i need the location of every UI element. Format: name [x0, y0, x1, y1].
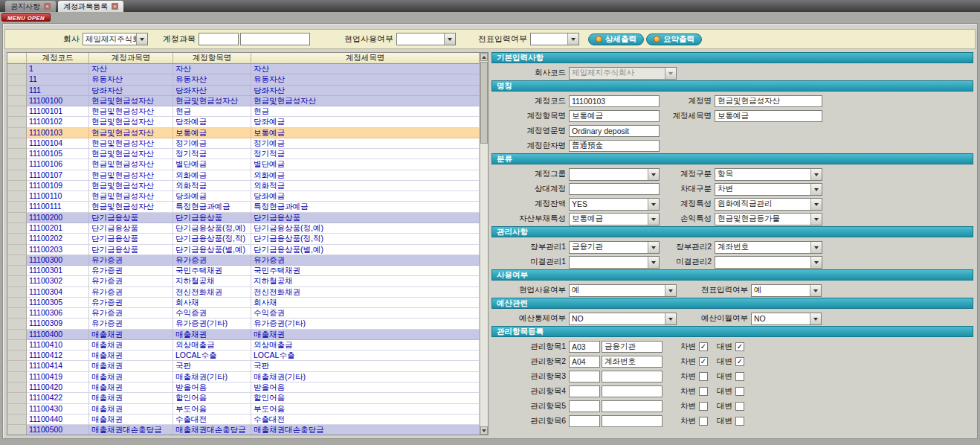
- cell-code[interactable]: 11100111: [27, 202, 89, 212]
- cell-detail[interactable]: 당좌예금: [251, 191, 480, 202]
- cell-code[interactable]: 11100203: [27, 245, 89, 255]
- gubun-select[interactable]: 항목: [715, 168, 822, 181]
- debit-checkbox[interactable]: [699, 372, 708, 381]
- cell-code[interactable]: 11100422: [27, 393, 89, 403]
- row-selector[interactable]: [7, 86, 27, 96]
- cell-item[interactable]: 매출채권대손충당금: [173, 425, 251, 435]
- grid-row[interactable]: 11100100 현금및현금성자산 현금및현금성자산 현금및현금성자산: [7, 96, 480, 106]
- chevron-down-icon[interactable]: [810, 242, 822, 253]
- cell-item[interactable]: 당좌자산: [173, 86, 251, 96]
- row-selector[interactable]: [7, 350, 27, 361]
- cell-item[interactable]: 단기금융상품: [173, 213, 251, 223]
- row-selector[interactable]: [7, 106, 27, 117]
- debit-checkbox[interactable]: [699, 357, 708, 366]
- cell-name[interactable]: 현금및현금성자산: [89, 96, 173, 106]
- cell-name[interactable]: 현금및현금성자산: [89, 181, 173, 191]
- cell-code[interactable]: 11100105: [27, 149, 89, 159]
- cell-detail[interactable]: 받을어음: [251, 382, 480, 393]
- cell-code[interactable]: 11100109: [27, 181, 89, 191]
- cell-code[interactable]: 11100500: [27, 425, 89, 435]
- group-select[interactable]: [569, 168, 660, 181]
- row-selector[interactable]: [7, 223, 27, 234]
- row-selector[interactable]: [7, 330, 27, 340]
- mgmt-item-name-input[interactable]: [602, 371, 663, 382]
- cell-detail[interactable]: 자산: [251, 64, 480, 74]
- grid-row[interactable]: 11100419 매출채권 매출채권(기타) 매출채권(기타): [7, 372, 480, 382]
- mgmt-item-code-input[interactable]: [569, 356, 600, 368]
- cell-item[interactable]: 매출채권: [173, 330, 251, 340]
- credit-checkbox[interactable]: [735, 342, 744, 351]
- grid-row[interactable]: 11100309 유가증권 유가증권(기타) 유가증권(기타): [7, 318, 480, 329]
- pl-select[interactable]: 현금및현금등가물: [715, 213, 822, 225]
- book1-select[interactable]: 금융기관: [569, 241, 660, 254]
- mgmt-item-name-input[interactable]: [602, 400, 663, 412]
- cell-name[interactable]: 매출채권: [89, 330, 173, 340]
- grid-row[interactable]: 11100200 단기금융상품 단기금융상품 단기금융상품: [7, 213, 480, 223]
- row-selector[interactable]: [7, 159, 27, 170]
- row-selector[interactable]: [7, 255, 27, 266]
- chevron-down-icon[interactable]: [810, 257, 822, 268]
- row-selector[interactable]: [7, 234, 27, 244]
- cell-detail[interactable]: 할인어음: [251, 393, 480, 403]
- close-icon[interactable]: ×: [44, 3, 51, 10]
- cell-code[interactable]: 11100304: [27, 287, 89, 298]
- cell-detail[interactable]: 정기예금: [251, 138, 480, 149]
- book2-select[interactable]: 계좌번호: [715, 241, 822, 254]
- row-selector[interactable]: [7, 181, 27, 191]
- cell-name[interactable]: 매출채권: [89, 393, 173, 403]
- cell-code[interactable]: 11100201: [27, 223, 89, 234]
- cell-item[interactable]: 회사채: [173, 298, 251, 308]
- cell-item[interactable]: 매출채권(기타): [173, 372, 251, 382]
- cell-item[interactable]: 외화적금: [173, 181, 251, 191]
- acct-name-input[interactable]: [715, 95, 822, 107]
- cell-item[interactable]: 정기예금: [173, 138, 251, 149]
- row-selector[interactable]: [7, 372, 27, 382]
- grid-row[interactable]: 11100111 현금및현금성자산 특정현금과예금 특정현금과예금: [7, 202, 480, 212]
- cell-name[interactable]: 현금및현금성자산: [89, 128, 173, 138]
- grid-row[interactable]: 11100304 유가증권 전신전화채권 전신전화채권: [7, 287, 480, 298]
- chevron-down-icon[interactable]: [810, 214, 822, 225]
- row-selector[interactable]: [7, 96, 27, 106]
- cell-detail[interactable]: 당좌예금: [251, 117, 480, 127]
- cell-name[interactable]: 매출채권: [89, 414, 173, 425]
- cell-name[interactable]: 현금및현금성자산: [89, 106, 173, 117]
- cell-code[interactable]: 11: [27, 74, 89, 85]
- grid-row[interactable]: 11100102 현금및현금성자산 당좌예금 당좌예금: [7, 117, 480, 127]
- row-selector[interactable]: [7, 404, 27, 414]
- cell-detail[interactable]: 단기금융상품: [251, 213, 480, 223]
- cell-code[interactable]: 11100412: [27, 350, 89, 361]
- cell-name[interactable]: 유가증권: [89, 266, 173, 276]
- relacct-input[interactable]: [569, 183, 660, 195]
- cell-code[interactable]: 11100430: [27, 404, 89, 414]
- credit-checkbox[interactable]: [735, 372, 744, 381]
- attr-select[interactable]: 원화예적금관리: [715, 198, 822, 211]
- grid-scrollbar[interactable]: [480, 53, 488, 435]
- cell-name[interactable]: 현금및현금성자산: [89, 149, 173, 159]
- cell-item[interactable]: 보통예금: [173, 128, 251, 138]
- cell-code[interactable]: 11100309: [27, 318, 89, 329]
- grid-row[interactable]: 11100301 유가증권 국민주택채권 국민주택채권: [7, 266, 480, 276]
- row-selector[interactable]: [7, 213, 27, 223]
- cell-detail[interactable]: 별단예금: [251, 159, 480, 170]
- cell-name[interactable]: 매출채권: [89, 382, 173, 393]
- cell-item[interactable]: 수익증권: [173, 308, 251, 318]
- scroll-down-icon[interactable]: [480, 426, 488, 435]
- row-selector[interactable]: [7, 276, 27, 286]
- mgmt-item-code-input[interactable]: [569, 371, 600, 382]
- cell-detail[interactable]: 보통예금: [251, 128, 480, 138]
- row-selector[interactable]: [7, 298, 27, 308]
- cell-code[interactable]: 11100107: [27, 170, 89, 181]
- cell-detail[interactable]: 회사채: [251, 298, 480, 308]
- grid-row[interactable]: 111 당좌자산 당좌자산 당좌자산: [7, 86, 480, 96]
- account-name-input[interactable]: [240, 33, 310, 45]
- cell-item[interactable]: 단기금융상품(정,예): [173, 223, 251, 234]
- scrollbar-thumb[interactable]: [480, 62, 488, 144]
- cell-code[interactable]: 11100410: [27, 340, 89, 350]
- cell-code[interactable]: 11100104: [27, 138, 89, 149]
- cell-code[interactable]: 11100440: [27, 414, 89, 425]
- cell-code[interactable]: 11100103: [27, 128, 89, 138]
- row-selector[interactable]: [7, 170, 27, 181]
- cell-item[interactable]: 외화예금: [173, 170, 251, 181]
- debit-checkbox[interactable]: [699, 387, 708, 396]
- mgmt-item-code-input[interactable]: [569, 341, 600, 353]
